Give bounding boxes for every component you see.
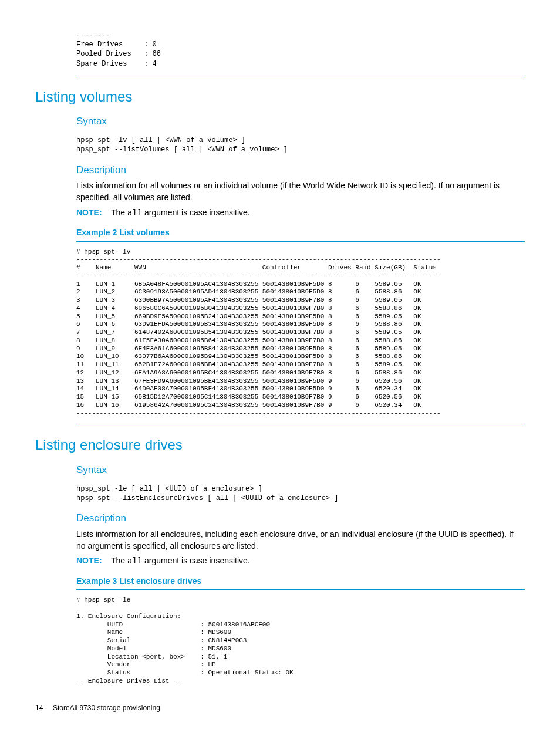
note-code: all — [127, 556, 142, 566]
horizontal-rule — [76, 76, 525, 76]
syntax-code-le: hpsp_spt -le [ all | <UUID of a enclosur… — [76, 484, 525, 503]
example-3-output: # hpsp_spt -le 1. Enclosure Configuratio… — [76, 596, 525, 685]
syntax-code-lv: hpsp_spt -lv [ all | <WWN of a volume> ]… — [76, 136, 525, 154]
footer-title: StoreAll 9730 storage provisioning — [53, 704, 160, 712]
description-text-le: Lists information for all enclosures, in… — [76, 529, 525, 552]
syntax-heading: Syntax — [76, 114, 525, 129]
horizontal-rule — [76, 589, 525, 590]
example-3-heading: Example 3 List enclosure drives — [76, 576, 525, 588]
note-text-prefix: The — [111, 208, 127, 217]
example-2-output: # hpsp_spt -lv -------------------------… — [76, 248, 525, 418]
description-heading: Description — [76, 511, 525, 525]
section-listing-volumes: Listing volumes — [35, 87, 525, 107]
note-lv: NOTE: The all argument is case insensiti… — [76, 207, 525, 220]
page-footer: 14 StoreAll 9730 storage provisioning — [35, 703, 525, 713]
example-2-heading: Example 2 List volumes — [76, 227, 525, 239]
section-listing-enclosure: Listing enclosure drives — [35, 435, 525, 455]
description-heading: Description — [76, 163, 525, 177]
horizontal-rule — [76, 241, 525, 242]
note-label: NOTE: — [76, 556, 102, 565]
description-text-lv: Lists information for all volumes or an … — [76, 180, 525, 203]
note-text-prefix: The — [111, 556, 127, 565]
horizontal-rule — [76, 424, 525, 424]
note-text-suffix: argument is case insensitive. — [142, 208, 250, 217]
syntax-heading: Syntax — [76, 463, 525, 477]
note-code: all — [127, 208, 142, 218]
note-label: NOTE: — [76, 208, 102, 217]
drives-summary: -------- Free Drives : 0 Pooled Drives :… — [76, 31, 525, 76]
note-text-suffix: argument is case insensitive. — [142, 556, 250, 565]
page-number: 14 — [35, 704, 43, 712]
drives-summary-text: -------- Free Drives : 0 Pooled Drives :… — [76, 31, 525, 69]
note-le: NOTE: The all argument is case insensiti… — [76, 555, 525, 568]
